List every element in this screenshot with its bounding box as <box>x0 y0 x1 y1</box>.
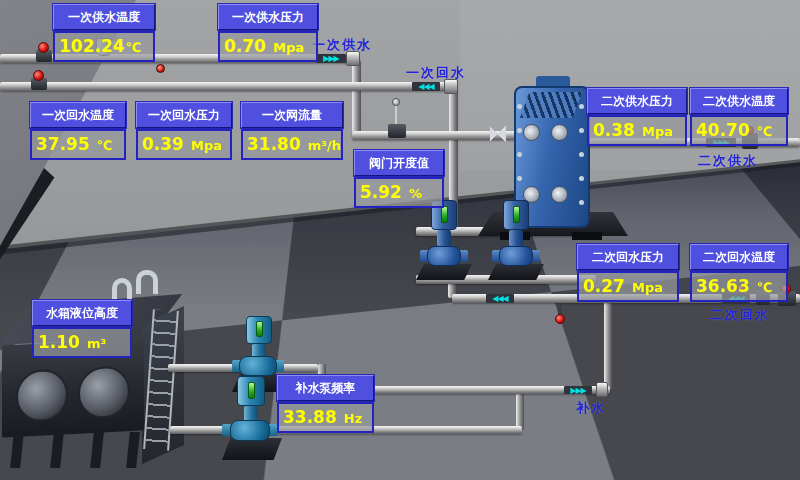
exchanger-port <box>551 124 568 141</box>
tank-leg <box>90 432 104 468</box>
instrument-secondary-return-temp: 二次回水温度 36.63℃ <box>690 244 788 302</box>
pump-run-indicator <box>513 206 520 223</box>
valve-handwheel-icon[interactable] <box>38 42 49 53</box>
circulation-pump-2[interactable] <box>494 198 540 282</box>
pump-neck <box>509 230 523 246</box>
pipe-label-secondary-return: 二次回水 <box>710 306 770 324</box>
instrument-primary-supply-pressure: 一次供水压力 0.70Mpa <box>218 4 318 62</box>
instrument-label: 水箱液位高度 <box>32 300 132 326</box>
pipe-flange <box>596 382 608 397</box>
valve-handwheel-icon[interactable] <box>555 314 565 324</box>
instrument-label: 一次供水温度 <box>53 4 155 30</box>
flow-arrows-right-icon: ▶▶▶ <box>564 386 592 394</box>
pipe-primary-supply-drop <box>352 60 361 132</box>
tank-vent-pipe <box>112 278 132 300</box>
instrument-value: 1.10m³ <box>32 327 132 358</box>
instrument-value: 0.38Mpa <box>587 115 687 146</box>
pump-run-indicator <box>248 382 255 399</box>
exchanger-port <box>523 124 540 141</box>
exchanger-plate-pack <box>520 92 582 118</box>
tank-hatch-right <box>78 365 130 420</box>
instrument-tank-level: 水箱液位高度 1.10m³ <box>32 300 132 358</box>
valve-handwheel-icon[interactable] <box>33 70 44 81</box>
pump-volute <box>239 356 277 376</box>
instrument-primary-supply-temp: 一次供水温度 102.24℃ <box>53 4 155 62</box>
instrument-label: 二次供水压力 <box>587 88 687 114</box>
instrument-label: 一次网流量 <box>241 102 343 128</box>
pressure-gauge-icon <box>156 64 165 73</box>
instrument-value: 0.70Mpa <box>218 31 318 62</box>
instrument-value: 40.70℃ <box>690 115 788 146</box>
flow-arrows-right-icon: ▶▶▶ <box>316 54 346 63</box>
instrument-valve-opening: 阀门开度值 5.92% <box>354 150 444 208</box>
control-valve-top <box>392 98 400 106</box>
instrument-primary-return-pressure: 一次回水压力 0.39Mpa <box>136 102 232 160</box>
pump-base <box>488 264 544 280</box>
circulation-pump-1[interactable] <box>422 198 468 282</box>
instrument-label: 二次回水压力 <box>577 244 679 270</box>
instrument-label: 一次回水温度 <box>30 102 126 128</box>
instrument-value: 31.80m³/h <box>241 129 343 160</box>
tank-vent-pipe <box>136 270 158 294</box>
instrument-secondary-supply-pressure: 二次供水压力 0.38Mpa <box>587 88 687 146</box>
pump-volute <box>499 246 533 266</box>
pipe-primary-return <box>0 82 450 91</box>
control-valve-icon[interactable] <box>388 124 406 138</box>
exchanger-bolts <box>517 104 522 109</box>
tank-leg <box>126 432 140 468</box>
pump-base <box>222 438 282 460</box>
pipe-label-makeup-water: 补水 <box>576 399 606 417</box>
pump-volute <box>427 246 461 266</box>
pump-run-indicator <box>256 321 263 337</box>
instrument-makeup-pump-frequency: 补水泵频率 33.88Hz <box>277 375 374 433</box>
instrument-label: 一次供水压力 <box>218 4 318 30</box>
pipe-label-secondary-supply: 二次供水 <box>698 152 758 170</box>
instrument-primary-flow: 一次网流量 31.80m³/h <box>241 102 343 160</box>
instrument-label: 阀门开度值 <box>354 150 444 176</box>
makeup-pump-front[interactable] <box>222 376 278 462</box>
pump-base <box>416 264 472 280</box>
instrument-secondary-return-pressure: 二次回水压力 0.27Mpa <box>577 244 679 302</box>
pump-run-indicator <box>441 206 448 223</box>
pipe-makeup-riser <box>604 302 612 390</box>
tank-leg <box>10 432 24 468</box>
exchanger-port <box>551 186 568 203</box>
instrument-label: 补水泵频率 <box>277 375 374 401</box>
instrument-value: 36.63℃ <box>690 271 788 302</box>
pump-volute <box>230 420 270 441</box>
pump-neck <box>437 230 451 246</box>
butterfly-valve-icon[interactable] <box>490 126 506 142</box>
pipe-label-primary-return: 一次回水 <box>406 64 466 82</box>
instrument-label: 一次回水压力 <box>136 102 232 128</box>
instrument-secondary-supply-temp: 二次供水温度 40.70℃ <box>690 88 788 146</box>
pipe-connector <box>516 392 524 430</box>
pipe-label-primary-supply: 一次供水 <box>312 36 372 54</box>
instrument-value: 37.95℃ <box>30 129 126 160</box>
instrument-value: 102.24℃ <box>53 31 155 62</box>
instrument-primary-return-temp: 一次回水温度 37.95℃ <box>30 102 126 160</box>
tank-leg <box>50 432 64 468</box>
flow-arrows-left-icon: ◀◀◀ <box>486 294 514 303</box>
instrument-value: 0.39Mpa <box>136 129 232 160</box>
instrument-value: 5.92% <box>354 177 444 208</box>
instrument-label: 二次回水温度 <box>690 244 788 270</box>
instrument-value: 0.27Mpa <box>577 271 679 302</box>
tank-hatch-left <box>16 368 68 423</box>
hmi-heat-exchange-station-screen: ▶▶▶ ◀◀◀ ▶▶▶ ◀◀◀ ◀◀◀ ▶▶▶ <box>0 0 800 480</box>
instrument-value: 33.88Hz <box>277 402 374 433</box>
instrument-label: 二次供水温度 <box>690 88 788 114</box>
flow-arrows-left-icon: ◀◀◀ <box>412 82 440 91</box>
